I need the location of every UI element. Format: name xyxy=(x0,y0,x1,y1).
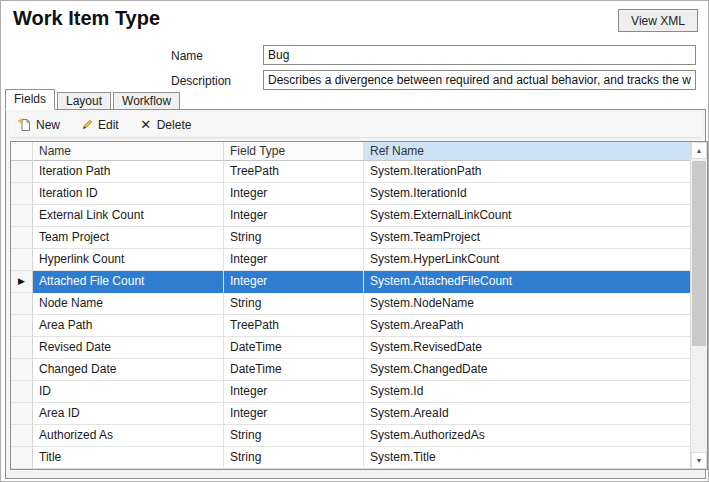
field-type-cell[interactable]: Integer xyxy=(224,249,364,271)
field-name-cell[interactable]: ID xyxy=(33,381,224,403)
row-selector[interactable] xyxy=(11,359,33,381)
table-row[interactable]: Changed DateDateTimeSystem.ChangedDate xyxy=(11,359,690,381)
table-row[interactable]: Team ProjectStringSystem.TeamProject xyxy=(11,227,690,249)
row-selector[interactable] xyxy=(11,183,33,205)
new-field-button[interactable]: New xyxy=(13,116,65,134)
field-name-cell[interactable]: Iteration ID xyxy=(33,183,224,205)
tab-fields[interactable]: Fields xyxy=(5,89,55,110)
ref-name-cell[interactable]: System.IterationId xyxy=(364,183,690,205)
scroll-down-button[interactable]: ▼ xyxy=(691,452,707,469)
field-type-cell[interactable]: Integer xyxy=(224,271,364,293)
ref-name-cell[interactable]: System.NodeName xyxy=(364,293,690,315)
edit-field-button[interactable]: Edit xyxy=(75,116,124,134)
row-selector[interactable] xyxy=(11,425,33,447)
edit-pencil-icon xyxy=(80,118,94,132)
edit-field-label: Edit xyxy=(98,118,119,132)
vertical-scrollbar[interactable]: ▲ ▼ xyxy=(690,142,707,469)
field-type-cell[interactable]: Integer xyxy=(224,403,364,425)
field-name-cell[interactable]: Area Path xyxy=(33,315,224,337)
table-row[interactable]: Authorized AsStringSystem.AuthorizedAs xyxy=(11,425,690,447)
delete-field-button[interactable]: ✕ Delete xyxy=(134,116,197,134)
ref-name-cell[interactable]: System.HyperLinkCount xyxy=(364,249,690,271)
field-type-cell[interactable]: DateTime xyxy=(224,359,364,381)
table-row[interactable]: Iteration PathTreePathSystem.IterationPa… xyxy=(11,161,690,183)
field-type-cell[interactable]: String xyxy=(224,227,364,249)
ref-name-cell[interactable]: System.RevisedDate xyxy=(364,337,690,359)
row-selector[interactable] xyxy=(11,337,33,359)
field-name-cell[interactable]: Title xyxy=(33,447,224,469)
table-row[interactable]: Hyperlink CountIntegerSystem.HyperLinkCo… xyxy=(11,249,690,271)
row-selector[interactable] xyxy=(11,161,33,183)
field-type-cell[interactable]: String xyxy=(224,293,364,315)
scroll-up-button[interactable]: ▲ xyxy=(691,142,707,159)
ref-name-cell[interactable]: System.AreaPath xyxy=(364,315,690,337)
row-selector[interactable] xyxy=(11,249,33,271)
tab-workflow[interactable]: Workflow xyxy=(113,92,180,110)
table-row[interactable]: Area PathTreePathSystem.AreaPath xyxy=(11,315,690,337)
scroll-down-icon: ▼ xyxy=(696,457,703,464)
ref-name-cell[interactable]: System.AttachedFileCount xyxy=(364,271,690,293)
column-header-field-type[interactable]: Field Type xyxy=(224,142,364,161)
field-name-cell[interactable]: Authorized As xyxy=(33,425,224,447)
table-row[interactable]: Iteration IDIntegerSystem.IterationId xyxy=(11,183,690,205)
grid-body: Iteration PathTreePathSystem.IterationPa… xyxy=(11,161,690,469)
column-header-ref-name[interactable]: Ref Name xyxy=(364,142,690,161)
field-name-cell[interactable]: Attached File Count xyxy=(33,271,224,293)
field-type-cell[interactable]: Integer xyxy=(224,205,364,227)
field-name-cell[interactable]: Iteration Path xyxy=(33,161,224,183)
ref-name-cell[interactable]: System.IterationPath xyxy=(364,161,690,183)
table-row[interactable]: ▶Attached File CountIntegerSystem.Attach… xyxy=(11,271,690,293)
row-selector[interactable] xyxy=(11,293,33,315)
table-row[interactable]: External Link CountIntegerSystem.Externa… xyxy=(11,205,690,227)
selector-column-header[interactable] xyxy=(11,142,33,161)
view-xml-button[interactable]: View XML xyxy=(618,9,698,32)
ref-name-cell[interactable]: System.AuthorizedAs xyxy=(364,425,690,447)
field-type-cell[interactable]: TreePath xyxy=(224,161,364,183)
new-field-label: New xyxy=(36,118,60,132)
field-name-cell[interactable]: Node Name xyxy=(33,293,224,315)
field-name-cell[interactable]: Hyperlink Count xyxy=(33,249,224,271)
field-type-cell[interactable]: Integer xyxy=(224,381,364,403)
fields-grid: Name Field Type Ref Name Iteration PathT… xyxy=(10,141,708,470)
field-type-cell[interactable]: DateTime xyxy=(224,337,364,359)
page-title: Work Item Type xyxy=(13,7,160,30)
table-row[interactable]: IDIntegerSystem.Id xyxy=(11,381,690,403)
ref-name-cell[interactable]: System.TeamProject xyxy=(364,227,690,249)
column-header-name[interactable]: Name xyxy=(33,142,224,161)
ref-name-cell[interactable]: System.Id xyxy=(364,381,690,403)
field-name-cell[interactable]: Team Project xyxy=(33,227,224,249)
name-input[interactable] xyxy=(263,45,696,65)
row-selector[interactable] xyxy=(11,227,33,249)
field-name-cell[interactable]: Area ID xyxy=(33,403,224,425)
field-type-cell[interactable]: String xyxy=(224,425,364,447)
ref-name-cell[interactable]: System.Title xyxy=(364,447,690,469)
field-name-cell[interactable]: Revised Date xyxy=(33,337,224,359)
table-row[interactable]: Revised DateDateTimeSystem.RevisedDate xyxy=(11,337,690,359)
row-selector[interactable] xyxy=(11,447,33,469)
work-item-type-window: Work Item Type View XML Name Description… xyxy=(0,0,709,482)
field-name-cell[interactable]: Changed Date xyxy=(33,359,224,381)
description-input[interactable] xyxy=(263,70,696,90)
field-type-cell[interactable]: Integer xyxy=(224,183,364,205)
ref-name-cell[interactable]: System.AreaId xyxy=(364,403,690,425)
delete-field-label: Delete xyxy=(157,118,192,132)
new-document-icon xyxy=(18,118,32,132)
table-row[interactable]: Area IDIntegerSystem.AreaId xyxy=(11,403,690,425)
table-row[interactable]: Node NameStringSystem.NodeName xyxy=(11,293,690,315)
table-row[interactable]: TitleStringSystem.Title xyxy=(11,447,690,469)
name-label: Name xyxy=(171,49,261,63)
tab-layout[interactable]: Layout xyxy=(57,92,111,110)
ref-name-cell[interactable]: System.ChangedDate xyxy=(364,359,690,381)
description-label: Description xyxy=(171,74,261,88)
field-type-cell[interactable]: TreePath xyxy=(224,315,364,337)
current-row-pointer[interactable]: ▶ xyxy=(11,271,33,293)
field-name-cell[interactable]: External Link Count xyxy=(33,205,224,227)
row-selector[interactable] xyxy=(11,205,33,227)
row-selector[interactable] xyxy=(11,381,33,403)
row-selector[interactable] xyxy=(11,403,33,425)
grid-main: Name Field Type Ref Name Iteration PathT… xyxy=(11,142,690,469)
row-selector[interactable] xyxy=(11,315,33,337)
field-type-cell[interactable]: String xyxy=(224,447,364,469)
scrollbar-thumb[interactable] xyxy=(692,161,706,346)
ref-name-cell[interactable]: System.ExternalLinkCount xyxy=(364,205,690,227)
